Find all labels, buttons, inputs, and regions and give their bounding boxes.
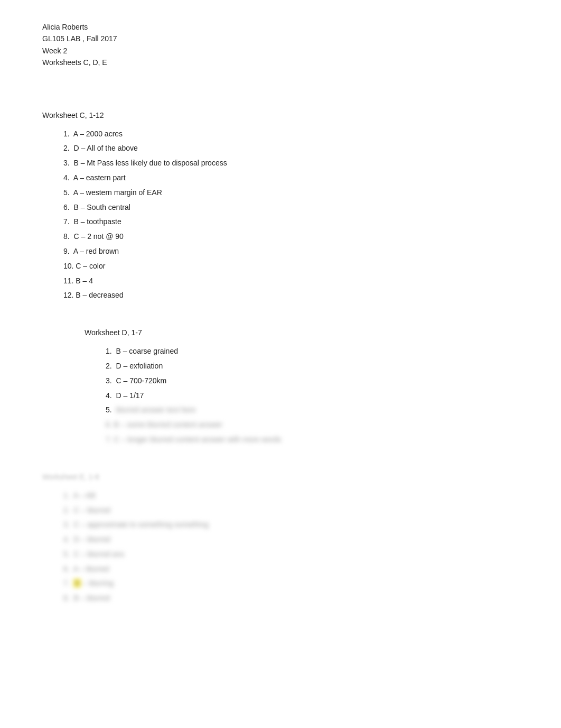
list-item: 1. A – 2000 acres — [63, 128, 519, 141]
list-item: 5. A – western margin of EAR — [63, 187, 519, 199]
header-block: Alicia Roberts GL105 LAB , Fall 2017 Wee… — [42, 21, 519, 69]
worksheet-d-title: Worksheet D, 1-7 — [85, 328, 519, 337]
list-item: 1. A – AB — [63, 490, 519, 502]
header-course: GL105 LAB , Fall 2017 — [42, 33, 519, 44]
worksheet-d-list: 1. B – coarse grained 2. D – exfoliation… — [85, 345, 519, 446]
worksheet-c-section: Worksheet C, 1-12 1. A – 2000 acres 2. D… — [42, 111, 519, 302]
list-item: 4. D – blurred — [63, 533, 519, 546]
worksheet-c-list: 1. A – 2000 acres 2. D – All of the abov… — [42, 128, 519, 302]
list-item: 6. A – blurred — [63, 563, 519, 576]
list-item: 5. blurred answer text here — [106, 404, 519, 417]
list-item: 6. B – South central — [63, 201, 519, 214]
list-item: 3. C – approximate to something somethin… — [63, 519, 519, 531]
list-item: 2. D – All of the above — [63, 142, 519, 155]
list-item: 9. A – red brown — [63, 245, 519, 258]
list-item: 8. C – 2 not @ 90 — [63, 231, 519, 243]
header-worksheets: Worksheets C, D, E — [42, 57, 519, 68]
header-week: Week 2 — [42, 45, 519, 57]
list-item: 12. B – decreased — [63, 289, 519, 302]
list-item: 7. B – blurring — [63, 577, 519, 590]
worksheet-c-title: Worksheet C, 1-12 — [42, 111, 519, 119]
list-item: 7. B – toothpaste — [63, 216, 519, 228]
worksheet-e-title: Worksheet E, 1-8 — [42, 473, 519, 481]
list-item: 5. C – blurred ans — [63, 548, 519, 561]
worksheet-d-section: Worksheet D, 1-7 1. B – coarse grained 2… — [42, 328, 519, 446]
list-item: 3. B – Mt Pass less likely due to dispos… — [63, 157, 519, 170]
list-item: 8. B – blurred — [63, 592, 519, 605]
list-item: 6. B – some blurred content answer — [106, 419, 519, 431]
worksheet-e-list: 1. A – AB 2. C – blurred 3. C – approxim… — [42, 490, 519, 605]
header-name: Alicia Roberts — [42, 21, 519, 33]
list-item: 4. D – 1/17 — [106, 390, 519, 402]
list-item: 3. C – 700-720km — [106, 375, 519, 388]
worksheet-e-section: Worksheet E, 1-8 1. A – AB 2. C – blurre… — [42, 473, 519, 605]
list-item: 11. B – 4 — [63, 275, 519, 288]
list-item: 7. C – longer blurred content answer wit… — [106, 434, 519, 446]
list-item: 4. A – eastern part — [63, 172, 519, 185]
list-item: 2. C – blurred — [63, 504, 519, 517]
list-item: 10. C – color — [63, 260, 519, 273]
list-item: 2. D – exfoliation — [106, 360, 519, 373]
list-item: 1. B – coarse grained — [106, 345, 519, 358]
